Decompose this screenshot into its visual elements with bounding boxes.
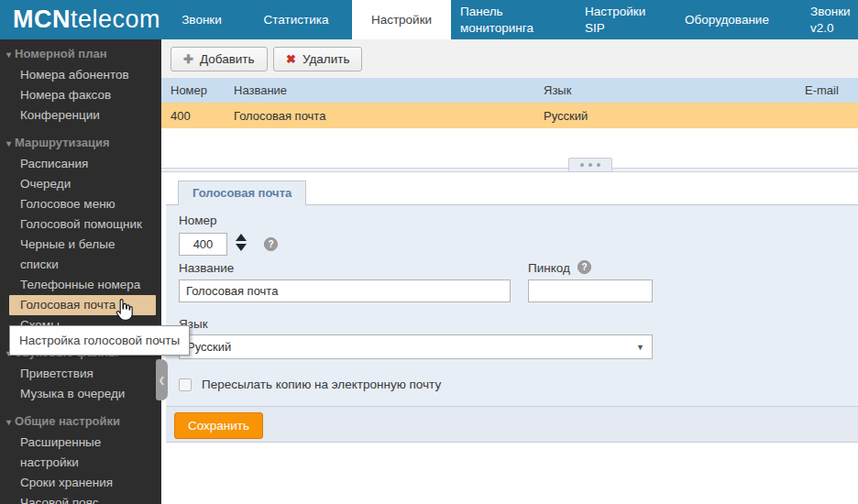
form-footer: Сохранить [166,406,858,443]
delete-button[interactable]: ✖ Удалить [273,47,362,71]
chevron-down-icon: ▾ [6,138,11,148]
plus-icon: ✚ [183,52,193,66]
sidebar-item-conferences[interactable]: Конференции [0,105,161,126]
sidebar-section-label: Маршрутизация [15,136,110,149]
forward-copy-checkbox[interactable] [179,378,192,391]
row-cell-name: Голосовая почта [234,109,544,123]
row-cell-number: 400 [170,109,234,123]
sidebar-item-greetings[interactable]: Приветствия [0,364,161,384]
tab-voicemail[interactable]: Голосовая почта [178,181,306,205]
stepper-up-icon[interactable] [236,234,247,241]
sidebar-item-voice-assistant[interactable]: Голосовой помощник [0,214,161,235]
pin-input[interactable] [528,279,653,302]
chevron-down-icon: ▼ [636,343,644,352]
save-button[interactable]: Сохранить [174,412,263,439]
sidebar-section-general-settings[interactable]: ▾Общие настройки [0,411,161,433]
sidebar-section-label: Общие настройки [15,414,120,428]
nav-tab-statistics[interactable]: Статистика [255,0,337,39]
delete-x-icon: ✖ [286,52,296,66]
sidebar-item-timezone[interactable]: Часовой пояс [0,493,161,504]
top-navbar: MCNtelecom Звонки Статистика Настройки П… [0,0,858,39]
forward-copy-label: Пересылать копию на электронную почту [202,378,441,391]
header-cell-email: E-mail [805,83,858,97]
sidebar-item-queue-music[interactable]: Музыка в очереди [0,384,161,404]
sidebar-item-phone-numbers[interactable]: Телефонные номера [0,275,161,295]
brand-logo-rest: telecom [71,5,160,34]
dot-icon [580,163,584,167]
nav-tab-settings[interactable]: Настройки [352,0,451,39]
pin-label: Пинкод [528,261,570,275]
toolbar: ✚ Добавить ✖ Удалить [161,39,858,78]
number-input[interactable] [179,233,227,256]
header-cell-name: Название [234,83,544,97]
sidebar-item-voicemail[interactable]: Голосовая почта [9,295,156,315]
sidebar-section-numbering-plan[interactable]: ▾Номерной план [0,44,161,65]
sidebar-item-schedules[interactable]: Расписания [0,154,161,174]
brand-logo-bold: MCN [13,5,71,34]
stepper-down-icon[interactable] [236,244,247,251]
chevron-down-icon: ▾ [6,417,11,427]
row-cell-language: Русский [544,109,805,123]
nav-tab-sip-settings[interactable]: Настройки SIP [585,0,660,39]
sidebar-item-fax-numbers[interactable]: Номера факсов [0,85,161,105]
number-help-icon[interactable]: ? [264,237,278,251]
language-select-value: Русский [187,340,231,354]
brand-logo[interactable]: MCNtelecom [13,0,160,39]
voicemail-form-panel: Номер ? Название Пинкод ? Язык Русский ▼… [166,204,858,406]
splitter-drag-handle[interactable] [568,158,612,172]
header-cell-number: Номер [170,83,234,97]
dot-icon [597,163,600,167]
sidebar-item-advanced-settings[interactable]: Расширенные настройки [0,433,161,473]
number-label: Номер [179,214,217,227]
nav-tab-equipment[interactable]: Оборудование [678,0,776,39]
add-button[interactable]: ✚ Добавить [170,47,268,71]
sidebar-item-subscriber-numbers[interactable]: Номера абонентов [0,65,161,85]
sidebar-collapse-handle[interactable]: ❮ [156,359,168,400]
dot-icon [588,163,592,167]
sidebar-item-voice-menu[interactable]: Голосовое меню [0,194,161,214]
header-cell-language: Язык [544,83,805,97]
sidebar-item-black-white-lists[interactable]: Черные и белые списки [0,235,161,275]
number-stepper[interactable] [236,234,247,251]
chevron-down-icon: ▾ [6,49,11,60]
nav-tab-calls-v2[interactable]: Звонки v2.0 [810,0,858,39]
name-input[interactable] [179,279,511,302]
horizontal-splitter[interactable] [161,168,858,172]
sidebar-menu: ▾Номерной планНомера абонентовНомера фак… [0,39,161,504]
add-button-label: Добавить [200,52,255,66]
nav-tab-calls[interactable]: Звонки [172,0,231,39]
sidebar-section-label: Номерной план [15,47,107,60]
table-row[interactable]: 400 Голосовая почта Русский [161,103,858,128]
delete-button-label: Удалить [302,52,350,66]
sidebar-item-retention-periods[interactable]: Сроки хранения [0,473,161,493]
sidebar-section-routing[interactable]: ▾Маршрутизация [0,133,161,154]
sidebar-item-queues[interactable]: Очереди [0,174,161,194]
chevron-left-icon: ❮ [159,376,166,385]
nav-tab-monitoring-panel[interactable]: Панель мониторинга [460,0,548,39]
pin-help-icon[interactable]: ? [578,260,591,274]
table-header: Номер Название Язык E-mail [161,78,858,103]
menu-tooltip: Настройка голосовой почты [9,325,190,356]
name-label: Название [179,261,234,275]
language-select[interactable]: Русский ▼ [179,334,653,359]
main-content: ✚ Добавить ✖ Удалить Номер Название Язык… [161,39,858,504]
